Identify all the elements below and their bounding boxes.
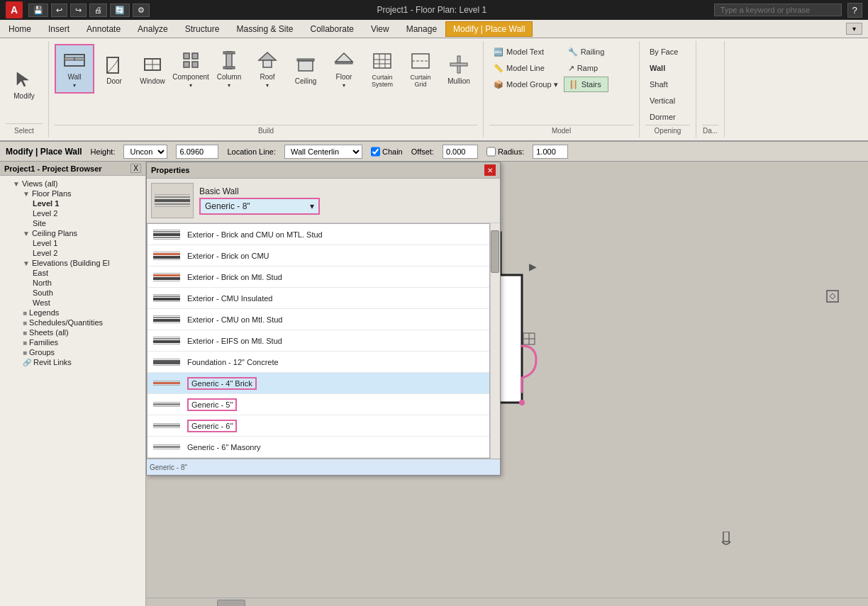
- collapse-ribbon-button[interactable]: ▾: [846, 23, 862, 35]
- tree-item-groups[interactable]: ■ Groups: [3, 347, 143, 357]
- ribbon-btn-model-group[interactable]: 📦 Model Group ▾: [489, 77, 562, 92]
- ribbon-btn-floor[interactable]: Floor ▾: [326, 44, 362, 94]
- ribbon-btn-vertical[interactable]: Vertical: [645, 93, 690, 108]
- tree-item-ceiling-level2[interactable]: Level 2: [3, 248, 143, 258]
- tree-item-floor-plans[interactable]: ▼ Floor Plans: [3, 189, 143, 198]
- wall-type-exterior-cmu-insulated[interactable]: Exterior - CMU Insulated: [148, 288, 489, 309]
- chain-checkbox[interactable]: [371, 145, 380, 159]
- tree-item-sheets[interactable]: ■ Sheets (all): [3, 327, 143, 337]
- canvas-hscrollbar[interactable]: [146, 597, 868, 606]
- tree-item-east[interactable]: East: [3, 268, 143, 278]
- tree-item-views-all[interactable]: ▼ Views (all): [3, 179, 143, 189]
- menu-modify-place-wall[interactable]: Modify | Place Wall: [445, 21, 533, 37]
- radius-input[interactable]: [533, 145, 568, 159]
- properties-close-button[interactable]: ✕: [484, 164, 496, 176]
- ribbon-btn-ceiling[interactable]: Ceiling: [287, 44, 324, 94]
- ceiling-icon: [294, 53, 317, 76]
- tree-item-families[interactable]: ■ Families: [3, 337, 143, 347]
- location-line-select[interactable]: Wall Centerlin: [284, 145, 362, 159]
- tree-item-elevations[interactable]: ▼ Elevations (Building El: [3, 258, 143, 268]
- tree-item-site[interactable]: Site: [3, 218, 143, 228]
- panel-expand-arrow[interactable]: ▶: [529, 261, 537, 272]
- ribbon-btn-wall-opening[interactable]: Wall: [645, 60, 690, 76]
- wall-type-generic-5[interactable]: Generic - 5": [148, 394, 489, 415]
- tree-item-level2[interactable]: Level 2: [3, 208, 143, 218]
- tree-item-level1[interactable]: Level 1: [3, 198, 143, 208]
- ribbon-btn-column[interactable]: Column ▾: [211, 44, 247, 94]
- menu-home[interactable]: Home: [0, 21, 40, 37]
- height-select[interactable]: Uncon: [123, 145, 167, 159]
- menu-manage[interactable]: Manage: [398, 21, 445, 37]
- wall-subtype-dropdown[interactable]: Generic - 8" ▾: [199, 198, 320, 215]
- ribbon-btn-curtain-system[interactable]: Curtain System: [364, 44, 401, 94]
- ribbon-btn-by-face[interactable]: By Face: [645, 44, 690, 60]
- wall-btn-arrow: ▾: [73, 82, 76, 89]
- wall-preview-6: [153, 334, 182, 348]
- cursor-icon: [13, 68, 35, 91]
- settings-button[interactable]: ⚙: [133, 4, 150, 17]
- menu-insert[interactable]: Insert: [40, 21, 78, 37]
- tree-item-north[interactable]: North: [3, 278, 143, 288]
- ribbon-btn-curtain-grid[interactable]: Curtain Grid: [402, 44, 439, 94]
- tree-item-schedules[interactable]: ■ Schedules/Quantities: [3, 318, 143, 327]
- tree-item-revit-links[interactable]: 🔗 Revit Links: [3, 357, 143, 367]
- menu-collaborate[interactable]: Collaborate: [302, 21, 362, 37]
- ribbon-btn-window[interactable]: Window: [134, 44, 171, 94]
- wall-type-4-label: Exterior - CMU Insulated: [187, 294, 272, 303]
- redo-button[interactable]: ↪: [70, 4, 87, 17]
- menu-structure[interactable]: Structure: [177, 21, 228, 37]
- model-line-icon: 📏: [494, 64, 503, 73]
- wall-type-exterior-cmu-mtl-stud[interactable]: Exterior - CMU on Mtl. Stud: [148, 309, 489, 330]
- ribbon-btn-stairs[interactable]: 🪜 Stairs: [564, 77, 609, 92]
- ribbon-btn-door[interactable]: Door: [96, 44, 133, 94]
- svg-rect-29: [450, 63, 467, 66]
- menu-analyze[interactable]: Analyze: [129, 21, 177, 37]
- radius-checkbox[interactable]: [486, 145, 496, 159]
- print-button[interactable]: 🖨: [89, 4, 107, 17]
- wall-type-generic-4-brick[interactable]: Generic - 4" Brick: [148, 373, 489, 394]
- ribbon-btn-railing[interactable]: 🔧 Railing: [564, 44, 609, 60]
- wall-type-8-wrapper: Generic - 4" Brick: [187, 377, 257, 390]
- help-button[interactable]: ?: [847, 3, 862, 18]
- keyword-search[interactable]: [714, 4, 842, 16]
- project-browser-close[interactable]: X: [130, 164, 141, 173]
- offset-input[interactable]: [443, 145, 478, 159]
- wall-type-exterior-brick-cmu-stud[interactable]: Exterior - Brick and CMU on MTL. Stud: [148, 224, 489, 245]
- wall-type-5-label: Exterior - CMU on Mtl. Stud: [187, 315, 282, 324]
- wall-type-foundation-12-concrete[interactable]: Foundation - 12" Concrete: [148, 352, 489, 373]
- tree-item-ceiling-level1[interactable]: Level 1: [3, 238, 143, 248]
- menu-view[interactable]: View: [362, 21, 398, 37]
- ribbon-btn-modify[interactable]: Modify: [6, 59, 43, 108]
- menu-massing[interactable]: Massing & Site: [228, 21, 301, 37]
- quick-access-toolbar[interactable]: 💾 ↩ ↪ 🖨 🔄 ⚙: [28, 4, 150, 17]
- tree-item-south[interactable]: South: [3, 288, 143, 298]
- ribbon-btn-ramp[interactable]: ↗ Ramp: [564, 60, 609, 76]
- wall-preview-10: [153, 419, 182, 433]
- ribbon-btn-model-line[interactable]: 📏 Model Line: [489, 60, 562, 76]
- undo-button[interactable]: ↩: [51, 4, 67, 17]
- height-input[interactable]: [176, 145, 218, 159]
- wall-type-generic-6[interactable]: Generic - 6": [148, 415, 489, 437]
- save-button[interactable]: 💾: [28, 4, 48, 17]
- menu-annotate[interactable]: Annotate: [78, 21, 129, 37]
- wall-type-exterior-brick-mtl-stud[interactable]: Exterior - Brick on Mtl. Stud: [148, 266, 489, 288]
- list-scrollbar[interactable]: [490, 223, 500, 459]
- ribbon-btn-dormer[interactable]: Dormer: [645, 109, 690, 125]
- ribbon-btn-mullion[interactable]: Mullion: [440, 44, 477, 94]
- wall-type-exterior-brick-cmu[interactable]: Exterior - Brick on CMU: [148, 245, 489, 266]
- list-scroll-thumb[interactable]: [491, 230, 499, 273]
- chain-checkbox-group[interactable]: Chain: [371, 145, 403, 159]
- wall-type-generic-6-masonry[interactable]: Generic - 6" Masonry: [148, 437, 489, 458]
- tree-item-ceiling-plans[interactable]: ▼ Ceiling Plans: [3, 228, 143, 238]
- ribbon-btn-wall[interactable]: Wall ▾: [55, 44, 94, 94]
- ribbon-btn-roof[interactable]: Roof ▾: [249, 44, 286, 94]
- wall-type-9-label: Generic - 5": [191, 400, 233, 409]
- ribbon-btn-model-text[interactable]: 🔤 Model Text: [489, 44, 562, 60]
- sync-button[interactable]: 🔄: [110, 4, 130, 17]
- h-scroll-thumb[interactable]: [217, 600, 245, 607]
- ribbon-btn-shaft[interactable]: Shaft: [645, 77, 690, 92]
- tree-item-legends[interactable]: ■ Legends: [3, 308, 143, 318]
- tree-item-west[interactable]: West: [3, 298, 143, 308]
- wall-type-exterior-eifs-mtl-stud[interactable]: Exterior - EIFS on Mtl. Stud: [148, 330, 489, 352]
- ribbon-btn-component[interactable]: Component ▾: [172, 44, 209, 94]
